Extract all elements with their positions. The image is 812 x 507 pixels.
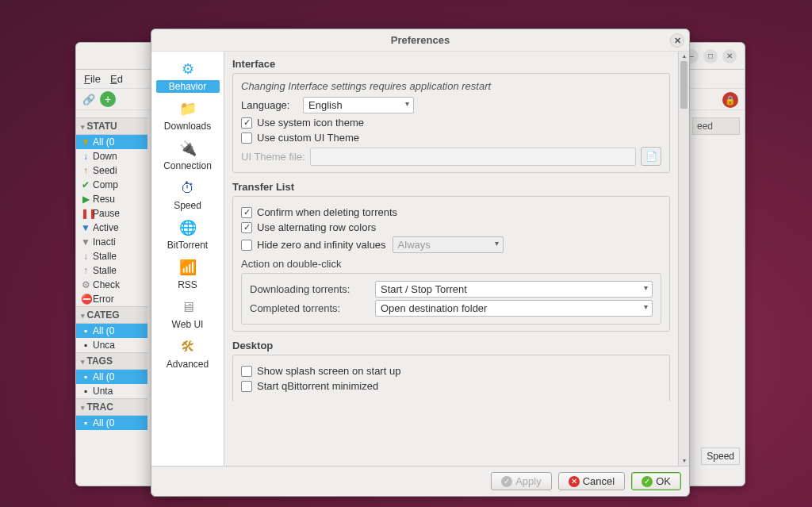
hide-zero-checkbox[interactable]: Hide zero and infinity values [241, 239, 386, 251]
webui-icon: 🖥 [177, 296, 199, 318]
sidebar-item[interactable]: ▼All (0 [76, 135, 147, 149]
sidebar-item[interactable]: ▼Inacti [76, 235, 147, 249]
use-system-icon-theme-checkbox[interactable]: Use system icon theme [241, 117, 661, 129]
filter-icon: ↓ [81, 151, 90, 162]
category-rss[interactable]: 📶RSS [156, 255, 220, 293]
sidebar-item[interactable]: ✔Comp [76, 178, 147, 192]
category-label: RSS [156, 278, 220, 291]
close-main-button[interactable]: ✕ [722, 49, 737, 63]
lock-icon[interactable]: 🔒 [722, 92, 738, 108]
bittorrent-icon: 🌐 [177, 217, 199, 239]
start-minimized-checkbox[interactable]: Start qBittorrent minimized [241, 380, 661, 392]
maximize-button[interactable]: □ [703, 49, 718, 63]
sidebar-item[interactable]: ❚❚Pause [76, 206, 147, 221]
sidebar-trackers-header[interactable]: TRAC [76, 398, 147, 416]
sidebar-item[interactable]: ▪All (0 [76, 416, 147, 430]
sidebar-item[interactable]: ↓Stalle [76, 249, 147, 263]
menu-edit[interactable]: Ed [110, 73, 123, 85]
speed-column-header[interactable]: eed [692, 117, 740, 135]
category-downloads[interactable]: 📁Downloads [156, 96, 220, 134]
ui-theme-file-label: UI Theme file: [241, 151, 305, 163]
category-speed[interactable]: ⏱Speed [156, 175, 220, 213]
dialog-title: Preferences [391, 34, 450, 46]
sidebar-item-label: Unca [93, 340, 115, 351]
confirm-delete-checkbox[interactable]: Confirm when deleting torrents [241, 206, 661, 218]
sidebar-status-header[interactable]: STATU [76, 117, 147, 135]
sidebar-categories-header[interactable]: CATEG [76, 306, 147, 324]
sidebar-item[interactable]: ▪All (0 [76, 370, 147, 384]
advanced-icon: 🛠 [177, 336, 199, 358]
sidebar-item[interactable]: ⛔Error [76, 292, 147, 306]
splash-screen-checkbox[interactable]: Show splash screen on start up [241, 365, 661, 377]
folder-icon: ▪ [81, 371, 90, 382]
category-label: Connection [156, 159, 220, 172]
category-webui[interactable]: 🖥Web UI [156, 294, 220, 332]
sidebar-item[interactable]: ▪Unta [76, 384, 147, 398]
open-torrent-icon[interactable]: 🔗 [82, 94, 95, 106]
cancel-button[interactable]: ✕ Cancel [558, 472, 625, 490]
checkbox-icon [241, 117, 252, 129]
settings-pane: Interface Changing Interface settings re… [224, 52, 689, 466]
checkbox-icon [241, 240, 252, 251]
sidebar-item-label: Comp [93, 179, 118, 190]
cancel-icon: ✕ [569, 476, 580, 487]
sidebar-item-label: Stalle [93, 265, 117, 276]
downloading-torrents-label: Downloading torrents: [250, 283, 369, 295]
filter-icon: ▼ [81, 222, 90, 233]
filter-icon: ⛔ [81, 294, 90, 305]
sidebar-item[interactable]: ↑Stalle [76, 263, 147, 278]
filter-icon: ❚❚ [81, 208, 90, 219]
alternating-rows-checkbox[interactable]: Use alternating row colors [241, 221, 661, 233]
sidebar-item[interactable]: ▪Unca [76, 338, 147, 352]
filter-icon: ↑ [81, 165, 90, 176]
sidebar-item-label: Stalle [93, 251, 117, 262]
scrollbar-thumb[interactable] [680, 61, 688, 109]
sidebar-item[interactable]: ▼Active [76, 221, 147, 235]
menu-file[interactable]: File [84, 73, 101, 85]
rss-icon: 📶 [177, 256, 199, 278]
sidebar-item-label: Unta [93, 386, 113, 397]
speed-graph-button[interactable]: Speed [701, 447, 740, 465]
category-label: Web UI [156, 318, 220, 331]
sidebar-item-label: Error [93, 294, 114, 305]
dialog-close-button[interactable]: ✕ [670, 33, 684, 48]
completed-action-combo[interactable]: Open destination folder [375, 300, 653, 317]
transfer-list-group: Transfer List Confirm when deleting torr… [232, 181, 670, 332]
category-behavior[interactable]: ⚙Behavior [156, 56, 220, 94]
scroll-down-icon[interactable]: ▾ [680, 457, 688, 465]
add-torrent-button[interactable]: + [100, 91, 116, 107]
category-list: ⚙Behavior📁Downloads🔌Connection⏱Speed🌐Bit… [151, 52, 224, 466]
preferences-dialog: Preferences ✕ ⚙Behavior📁Downloads🔌Connec… [151, 29, 690, 497]
category-bittorrent[interactable]: 🌐BitTorrent [156, 215, 220, 253]
apply-button: ✓ Apply [491, 472, 552, 490]
sidebar-item-label: Pause [93, 208, 120, 219]
sidebar-item[interactable]: ↓Down [76, 149, 147, 163]
sidebar-item-label: All (0 [93, 417, 114, 428]
sidebar-item[interactable]: ▪All (0 [76, 324, 147, 338]
settings-scrollbar[interactable]: ▴ ▾ [678, 52, 689, 466]
scroll-up-icon[interactable]: ▴ [680, 52, 688, 60]
sidebar-item[interactable]: ▶Resu [76, 192, 147, 206]
category-label: Speed [156, 199, 220, 212]
behavior-icon: ⚙ [177, 58, 199, 80]
filter-icon: ↑ [81, 265, 90, 276]
hide-zero-mode-combo: Always [393, 236, 504, 253]
category-advanced[interactable]: 🛠Advanced [156, 334, 220, 372]
use-custom-ui-theme-checkbox[interactable]: Use custom UI Theme [241, 132, 661, 144]
downloading-action-combo[interactable]: Start / Stop Torrent [375, 281, 653, 298]
filter-icon: ⚙ [81, 279, 90, 290]
checkbox-icon [241, 381, 252, 392]
sidebar-item-label: All (0 [93, 136, 114, 148]
sidebar-item-label: All (0 [93, 371, 114, 382]
ok-button[interactable]: ✓ OK [631, 472, 681, 490]
category-connection[interactable]: 🔌Connection [156, 136, 220, 174]
double-click-title: Action on double-click [241, 258, 661, 270]
language-combo[interactable]: English [303, 97, 414, 113]
interface-restart-hint: Changing Interface settings requires app… [241, 80, 661, 92]
sidebar-item[interactable]: ↑Seedi [76, 163, 147, 178]
sidebar-tags-header[interactable]: TAGS [76, 352, 147, 370]
category-label: Advanced [156, 358, 220, 371]
connection-icon: 🔌 [177, 137, 199, 159]
filter-icon: ▼ [81, 136, 90, 148]
sidebar-item[interactable]: ⚙Check [76, 278, 147, 292]
